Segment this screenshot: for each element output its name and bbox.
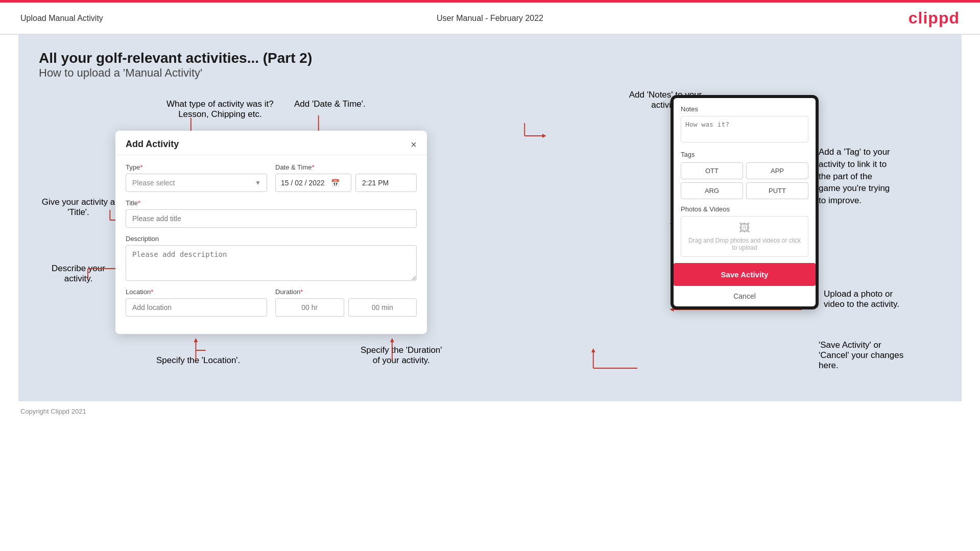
type-select-wrapper: Please select ▼ — [126, 174, 267, 192]
description-textarea[interactable] — [126, 245, 417, 281]
duration-label: Duration* — [275, 288, 417, 296]
form-row-description: Description — [126, 235, 417, 281]
type-select[interactable]: Please select — [126, 174, 267, 192]
annotation-datetime: Add 'Date & Time'. — [294, 99, 366, 109]
form-group-type: Type* Please select ▼ — [126, 163, 267, 192]
type-label: Type* — [126, 163, 267, 171]
dialog-body: Type* Please select ▼ Date & Time* — [115, 155, 427, 334]
title-input[interactable] — [126, 209, 417, 228]
location-label: Location* — [126, 288, 267, 296]
tag-app[interactable]: APP — [746, 162, 808, 179]
top-bar: Upload Manual Activity User Manual - Feb… — [0, 3, 980, 34]
tags-section-label: Tags — [681, 151, 808, 158]
phone-content: Notes Tags OTT APP ARG PUTT Photos & Vid… — [674, 98, 816, 257]
form-group-title: Title* — [126, 199, 417, 228]
annotation-save: 'Save Activity' or 'Cancel' your changes… — [819, 340, 936, 371]
duration-min-input[interactable] — [348, 298, 417, 317]
description-label: Description — [126, 235, 417, 243]
photos-upload-area[interactable]: 🖼 Drag and Drop photos and videos or cli… — [681, 216, 808, 257]
date-input[interactable]: 15 / 02 / 2022 📅 — [275, 174, 351, 192]
datetime-label: Date & Time* — [275, 163, 417, 171]
clippd-logo: clippd — [909, 9, 960, 28]
svg-marker-14 — [194, 338, 198, 342]
date-time-group: 15 / 02 / 2022 📅 — [275, 174, 417, 192]
dialog-close-button[interactable]: × — [411, 139, 417, 150]
tag-arg[interactable]: ARG — [681, 182, 743, 199]
annotation-type: What type of activity was it? Lesson, Ch… — [166, 99, 274, 119]
dialog-header: Add Activity × — [115, 131, 427, 155]
form-group-description: Description — [126, 235, 417, 281]
add-activity-dialog: Add Activity × Type* Please select — [115, 131, 427, 334]
phone-mockup: Notes Tags OTT APP ARG PUTT Photos & Vid… — [671, 95, 819, 309]
page-label: Upload Manual Activity — [20, 14, 103, 23]
svg-marker-19 — [542, 134, 546, 138]
photos-section-label: Photos & Videos — [681, 205, 808, 213]
tag-ott[interactable]: OTT — [681, 162, 743, 179]
form-row-title: Title* — [126, 199, 417, 228]
form-group-datetime: Date & Time* 15 / 02 / 2022 📅 — [275, 163, 417, 192]
title-label: Title* — [126, 199, 417, 207]
form-group-duration: Duration* — [275, 288, 417, 317]
tags-grid: OTT APP ARG PUTT — [681, 162, 808, 199]
svg-marker-16 — [390, 338, 394, 342]
upload-hint: Drag and Drop photos and videos or click… — [681, 237, 808, 251]
annotation-description: Describe your activity. — [39, 263, 118, 284]
save-activity-button[interactable]: Save Activity — [674, 263, 816, 286]
location-input[interactable] — [126, 298, 267, 317]
notes-section-label: Notes — [681, 105, 808, 113]
diagram-area: What type of activity was it? Lesson, Ch… — [39, 90, 941, 386]
page-title-main: All your golf-relevant activities... (Pa… — [39, 50, 941, 66]
page-title-sub: How to upload a 'Manual Activity' — [39, 66, 941, 80]
annotation-tag: Add a 'Tag' to your activity to link it … — [819, 146, 936, 207]
form-row-type-datetime: Type* Please select ▼ Date & Time* — [126, 163, 417, 192]
form-group-location: Location* — [126, 288, 267, 317]
svg-marker-27 — [591, 348, 595, 352]
calendar-icon: 📅 — [331, 179, 340, 187]
copyright-text: Copyright Clippd 2021 — [20, 408, 86, 415]
annotation-location: Specify the 'Location'. — [156, 355, 240, 366]
tag-putt[interactable]: PUTT — [746, 182, 808, 199]
time-input[interactable] — [355, 174, 417, 192]
cancel-button[interactable]: Cancel — [674, 286, 816, 306]
dialog-title: Add Activity — [126, 139, 179, 150]
annotation-duration: Specify the 'Duration' of your activity. — [361, 345, 442, 366]
form-row-location-duration: Location* Duration* — [126, 288, 417, 317]
footer: Copyright Clippd 2021 — [0, 401, 980, 421]
annotation-title: Give your activity a 'Title'. — [39, 197, 118, 218]
duration-hr-input[interactable] — [275, 298, 344, 317]
notes-textarea[interactable] — [681, 116, 808, 142]
manual-label: User Manual - February 2022 — [437, 14, 543, 23]
upload-icon: 🖼 — [739, 222, 750, 235]
duration-group — [275, 298, 417, 317]
main-content: All your golf-relevant activities... (Pa… — [18, 35, 962, 401]
page-title-section: All your golf-relevant activities... (Pa… — [39, 50, 941, 80]
annotation-upload: Upload a photo or video to the activity. — [824, 289, 936, 309]
